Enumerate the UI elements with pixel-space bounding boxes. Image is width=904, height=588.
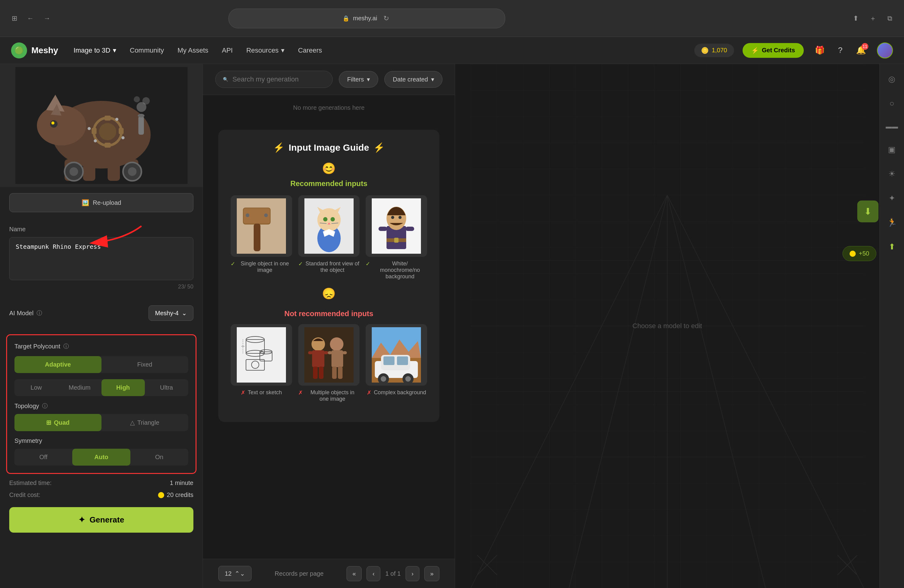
quality-ultra-btn[interactable]: Ultra xyxy=(145,379,188,396)
svg-rect-73 xyxy=(328,351,332,354)
gift-btn[interactable]: 🎁 xyxy=(812,43,827,57)
pagination-bar: 12 ⌃⌄ Records per page « ‹ 1 of 1 › » xyxy=(203,559,455,588)
svg-rect-30 xyxy=(237,198,286,254)
nav-item-community[interactable]: Community xyxy=(130,46,164,54)
ai-model-info-icon[interactable]: ⓘ xyxy=(36,309,42,317)
nav-right: 🪙 1,070 ⚡ Get Credits 🎁 ? 🔔 11 xyxy=(694,43,893,58)
svg-rect-76 xyxy=(319,367,324,379)
multiple-label-text: Multiple objects in one image xyxy=(305,389,360,402)
symmetry-off-btn[interactable]: Off xyxy=(14,449,72,466)
filter-label: Filters xyxy=(347,76,364,83)
coin-dot-icon xyxy=(158,492,164,498)
lightning-icon-left: ⚡ xyxy=(273,142,284,153)
image-to-3d-label: Image to 3D xyxy=(73,46,111,54)
toolbar-run-btn[interactable]: 🏃 xyxy=(883,213,901,232)
new-tab-btn[interactable]: ＋ xyxy=(867,11,879,25)
model-select-value: Meshy-4 xyxy=(155,310,179,317)
svg-rect-70 xyxy=(332,350,343,367)
help-btn[interactable]: ? xyxy=(836,43,845,57)
last-page-btn[interactable]: » xyxy=(424,566,439,581)
toolbar-orbit-btn[interactable]: ◎ xyxy=(884,70,900,88)
cat-label-text: Standard front view of the object xyxy=(305,261,360,273)
get-credits-button[interactable]: ⚡ Get Credits xyxy=(743,43,804,58)
name-section: Name Steampunk Rhino Express 23/ 50 xyxy=(0,218,202,299)
quad-label: Quad xyxy=(54,419,70,426)
download-btn[interactable]: ⬇ xyxy=(857,201,879,222)
check-icon-1: ✓ xyxy=(231,261,235,267)
toolbar-view-btn[interactable]: ○ xyxy=(885,95,899,112)
fixed-btn[interactable]: Fixed xyxy=(101,356,188,373)
search-input[interactable] xyxy=(232,75,325,83)
tabs-btn[interactable]: ⧉ xyxy=(885,12,895,25)
svg-point-20 xyxy=(128,167,136,176)
ai-model-label-text: AI Model xyxy=(9,310,33,317)
model-select-arrow: ⌄ xyxy=(182,309,187,317)
hammer-label-text: Single object in one image xyxy=(238,261,292,273)
symmetry-auto-btn[interactable]: Auto xyxy=(72,449,130,466)
svg-rect-14 xyxy=(104,143,111,148)
quality-medium-btn[interactable]: Medium xyxy=(58,379,101,396)
toolbar-right: ◎ ○ ▬▬ ▣ ☀ ✦ 🏃 +50 ⬆ ⬇ xyxy=(879,64,904,588)
adaptive-btn[interactable]: Adaptive xyxy=(14,356,101,373)
date-created-button[interactable]: Date created ▾ xyxy=(384,71,443,88)
polycount-title: Target Polycount ⓘ xyxy=(14,343,188,350)
back-btn[interactable]: ← xyxy=(25,12,36,25)
generate-button[interactable]: ✦ Generate xyxy=(9,507,193,533)
reupload-button[interactable]: 🖼️ Re-upload xyxy=(9,193,193,212)
page-size-select[interactable]: 12 ⌃⌄ xyxy=(218,566,251,581)
estimated-time-value: 1 minute xyxy=(170,479,193,487)
my-assets-label: My Assets xyxy=(177,46,208,54)
toolbar-edit-btn[interactable]: ✦ xyxy=(884,189,900,207)
careers-label: Careers xyxy=(298,46,322,54)
search-input-wrap[interactable]: 🔍 xyxy=(215,71,333,88)
topology-info-icon[interactable]: ⓘ xyxy=(42,402,47,409)
toolbar-grid-btn[interactable]: ▬▬ xyxy=(882,119,902,134)
filter-button[interactable]: Filters ▾ xyxy=(339,71,378,88)
first-page-btn[interactable]: « xyxy=(346,566,362,581)
forward-btn[interactable]: → xyxy=(41,12,53,25)
reload-btn[interactable]: ↻ xyxy=(381,12,392,25)
model-select[interactable]: Meshy-4 ⌄ xyxy=(149,305,193,321)
svg-rect-78 xyxy=(338,367,343,379)
nav-item-my-assets[interactable]: My Assets xyxy=(177,46,208,54)
svg-point-35 xyxy=(264,213,268,217)
svg-rect-51 xyxy=(394,238,398,243)
svg-rect-77 xyxy=(332,367,337,379)
user-avatar[interactable] xyxy=(877,43,893,58)
logo[interactable]: 🟢 Meshy xyxy=(11,43,58,58)
notifications-btn[interactable]: 🔔 11 xyxy=(853,43,868,57)
quad-btn[interactable]: ⊞ Quad xyxy=(14,414,101,431)
symmetry-label: Symmetry xyxy=(14,437,188,444)
get-credits-label: Get Credits xyxy=(762,47,795,54)
guide-title-text: Input Image Guide xyxy=(289,142,369,153)
quality-high-btn[interactable]: High xyxy=(101,379,145,396)
svg-rect-8 xyxy=(83,159,95,181)
model-label: AI Model ⓘ xyxy=(9,309,42,317)
nav-item-resources[interactable]: Resources ▾ xyxy=(246,46,284,54)
recommended-images: ✓ Single object in one image xyxy=(231,195,427,280)
share-btn[interactable]: ⬆ xyxy=(850,12,861,25)
prev-page-btn[interactable]: ‹ xyxy=(367,566,380,581)
multiple-svg xyxy=(304,327,354,383)
toolbar-share-btn[interactable]: ⬆ xyxy=(884,238,900,256)
symmetry-on-btn[interactable]: On xyxy=(130,449,188,466)
polycount-info-icon[interactable]: ⓘ xyxy=(63,343,69,350)
viewport-area: Choose a model to edit xyxy=(455,64,879,588)
svg-point-24 xyxy=(142,97,150,104)
next-page-btn[interactable]: › xyxy=(406,566,419,581)
toolbar-screen-btn[interactable]: ▣ xyxy=(884,141,900,159)
toolbar-sun-btn[interactable]: ☀ xyxy=(884,165,900,183)
coin-badge-text: +50 xyxy=(859,250,869,257)
nav-item-image-to-3d[interactable]: Image to 3D ▾ xyxy=(73,46,116,54)
quality-low-btn[interactable]: Low xyxy=(14,379,58,396)
credits-badge: 🪙 1,070 xyxy=(694,44,734,57)
nav-item-careers[interactable]: Careers xyxy=(298,46,322,54)
nav-item-api[interactable]: API xyxy=(222,46,233,54)
triangle-btn[interactable]: △ Triangle xyxy=(101,414,188,431)
address-bar[interactable]: 🔒 meshy.ai ↻ xyxy=(228,9,505,28)
name-input[interactable]: Steampunk Rhino Express xyxy=(9,237,193,280)
svg-point-34 xyxy=(246,213,250,217)
no-more-text: No more generations here xyxy=(203,95,455,120)
quad-icon: ⊞ xyxy=(46,419,51,426)
sidebar-toggle-btn[interactable]: ⊞ xyxy=(9,12,20,25)
